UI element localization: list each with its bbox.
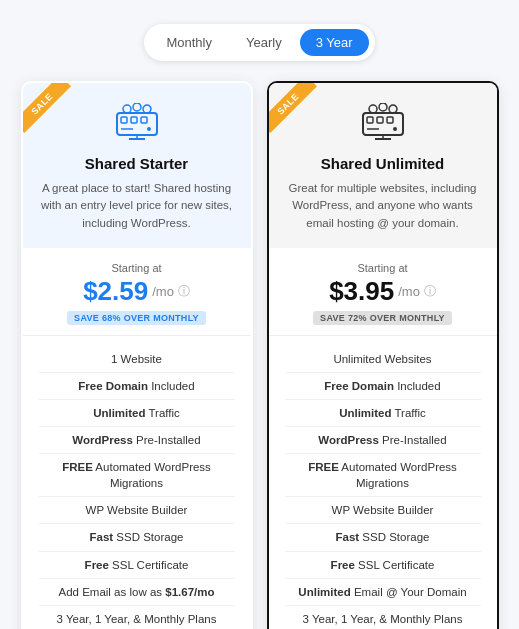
sale-badge-starter [23, 83, 79, 139]
feature-unlimited-3: WordPress Pre-Installed [285, 427, 481, 454]
feature-starter-1: Free Domain Included [39, 373, 235, 400]
card-title-unlimited: Shared Unlimited [321, 155, 444, 172]
card-shared-unlimited: Shared Unlimited Great for multiple webs… [267, 81, 499, 629]
price-row-unlimited: $3.95 /mo ⓘ [285, 276, 481, 307]
feature-starter-7: Free SSL Certificate [39, 552, 235, 579]
card-pricing-unlimited: Starting at $3.95 /mo ⓘ SAVE 72% OVER MO… [269, 248, 497, 336]
feature-starter-0: 1 Website [39, 346, 235, 373]
save-badge-text-unlimited: SAVE 72% OVER MONTHLY [313, 311, 452, 325]
card-features-unlimited: Unlimited Websites Free Domain Included … [269, 336, 497, 629]
svg-point-10 [133, 103, 141, 111]
feature-unlimited-8: Unlimited Email @ Your Domain [285, 579, 481, 606]
svg-rect-1 [121, 117, 127, 123]
price-unlimited: $3.95 [329, 276, 394, 307]
svg-rect-14 [377, 117, 383, 123]
feature-starter-3: WordPress Pre-Installed [39, 427, 235, 454]
starting-at-unlimited: Starting at [285, 262, 481, 274]
feature-unlimited-6: Fast SSD Storage [285, 524, 481, 551]
svg-point-21 [369, 105, 377, 113]
card-features-starter: 1 Website Free Domain Included Unlimited… [23, 336, 251, 629]
info-icon-starter: ⓘ [178, 283, 190, 300]
info-icon-unlimited: ⓘ [424, 283, 436, 300]
sale-badge-unlimited [269, 83, 325, 139]
card-desc-starter: A great place to start! Shared hosting w… [39, 180, 235, 232]
feature-unlimited-9: 3 Year, 1 Year, & Monthly Plans [285, 606, 481, 629]
save-badge-text-starter: SAVE 68% OVER MONTHLY [67, 311, 206, 325]
card-pricing-starter: Starting at $2.59 /mo ⓘ SAVE 68% OVER MO… [23, 248, 251, 336]
shared-unlimited-icon [359, 103, 407, 147]
card-shared-starter: Shared Starter A great place to start! S… [21, 81, 253, 629]
feature-unlimited-5: WP Website Builder [285, 497, 481, 524]
price-unit-starter: /mo [152, 284, 174, 299]
feature-unlimited-0: Unlimited Websites [285, 346, 481, 373]
svg-point-11 [143, 105, 151, 113]
feature-starter-6: Fast SSD Storage [39, 524, 235, 551]
feature-starter-9: 3 Year, 1 Year, & Monthly Plans [39, 606, 235, 629]
toggle-3year[interactable]: 3 Year [300, 29, 369, 56]
shared-starter-icon [113, 103, 161, 147]
toggle-monthly[interactable]: Monthly [150, 29, 228, 56]
price-row-starter: $2.59 /mo ⓘ [39, 276, 235, 307]
starting-at-starter: Starting at [39, 262, 235, 274]
svg-rect-2 [131, 117, 137, 123]
svg-point-23 [389, 105, 397, 113]
svg-rect-15 [387, 117, 393, 123]
feature-unlimited-7: Free SSL Certificate [285, 552, 481, 579]
svg-point-22 [379, 103, 387, 111]
pricing-cards: Shared Starter A great place to start! S… [16, 81, 503, 629]
feature-unlimited-4: FREE Automated WordPress Migrations [285, 454, 481, 497]
feature-starter-4: FREE Automated WordPress Migrations [39, 454, 235, 497]
card-desc-unlimited: Great for multiple websites, including W… [285, 180, 481, 232]
toggle-yearly[interactable]: Yearly [230, 29, 298, 56]
svg-point-17 [393, 127, 397, 131]
feature-starter-8: Add Email as low as $1.67/mo [39, 579, 235, 606]
svg-point-5 [147, 127, 151, 131]
feature-starter-2: Unlimited Traffic [39, 400, 235, 427]
svg-point-9 [123, 105, 131, 113]
feature-unlimited-2: Unlimited Traffic [285, 400, 481, 427]
svg-rect-13 [367, 117, 373, 123]
feature-unlimited-1: Free Domain Included [285, 373, 481, 400]
card-title-starter: Shared Starter [85, 155, 188, 172]
billing-toggle: Monthly Yearly 3 Year [144, 24, 374, 61]
svg-rect-3 [141, 117, 147, 123]
feature-starter-5: WP Website Builder [39, 497, 235, 524]
price-unit-unlimited: /mo [398, 284, 420, 299]
price-starter: $2.59 [83, 276, 148, 307]
